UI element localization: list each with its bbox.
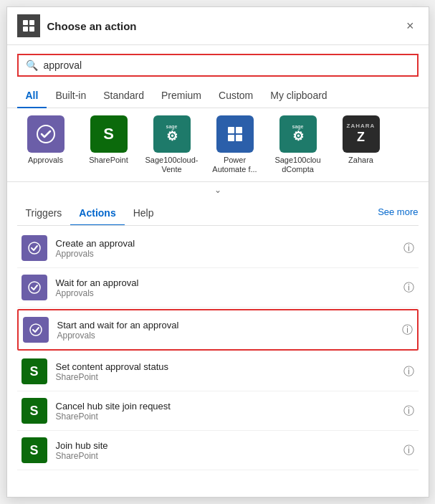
search-box-container: 🔍	[17, 54, 419, 77]
svg-rect-5	[228, 127, 234, 133]
tab-clipboard[interactable]: My clipboard	[262, 85, 335, 108]
action-set-content-approval-icon: S	[21, 358, 47, 384]
action-start-wait-approval-name: Start and wait for an approval	[57, 320, 393, 331]
action-set-content-approval-info[interactable]: ⓘ	[403, 365, 414, 379]
action-join-hub-site-info[interactable]: ⓘ	[403, 444, 414, 457]
connector-sage-vente-icon: sage ⚙	[153, 115, 191, 153]
action-start-wait-approval-text: Start and wait for an approval Approvals	[57, 320, 393, 341]
actions-section: Triggers Actions Help See more Create an…	[7, 198, 429, 497]
connector-approvals-icon	[27, 115, 64, 153]
tab-all[interactable]: All	[17, 85, 47, 108]
filter-tabs: All Built-in Standard Premium Custom My …	[7, 85, 429, 108]
action-join-hub-site[interactable]: S Join hub site SharePoint ⓘ	[17, 431, 419, 470]
svg-rect-3	[29, 27, 34, 32]
connector-zahara[interactable]: ZAHARA Z Zahara	[333, 115, 390, 174]
connector-sharepoint[interactable]: S SharePoint	[80, 115, 138, 174]
action-wait-approval-text: Wait for an approval Approvals	[56, 277, 395, 298]
tab-premium[interactable]: Premium	[153, 85, 210, 108]
action-wait-approval-source: Approvals	[56, 288, 395, 298]
connector-power-automate-icon	[216, 115, 254, 153]
tab-standard[interactable]: Standard	[95, 85, 153, 108]
action-start-wait-approval-icon	[23, 317, 49, 343]
connector-power-automate[interactable]: Power Automate f...	[206, 115, 264, 174]
connector-zahara-label: Zahara	[348, 156, 373, 165]
svg-rect-6	[236, 127, 242, 133]
action-cancel-hub-site-name: Cancel hub site join request	[56, 401, 395, 412]
connector-approvals-label: Approvals	[28, 156, 63, 165]
connector-sage-vente-label: Sage100cloud-Vente	[143, 156, 201, 174]
action-wait-approval-name: Wait for an approval	[56, 277, 395, 288]
close-button[interactable]: ×	[402, 18, 419, 34]
action-join-hub-site-icon: S	[21, 437, 47, 463]
action-set-content-approval-text: Set content approval status SharePoint	[56, 361, 395, 382]
svg-rect-2	[23, 27, 28, 32]
choose-action-dialog: Choose an action × 🔍 All Built-in Standa…	[6, 6, 429, 498]
svg-point-9	[29, 242, 40, 254]
connector-approvals[interactable]: Approvals	[17, 115, 75, 174]
action-wait-approval[interactable]: Wait for an approval Approvals ⓘ	[17, 268, 419, 308]
dialog-header: Choose an action ×	[7, 7, 429, 45]
tab-actions[interactable]: Actions	[70, 204, 124, 226]
action-create-approval-source: Approvals	[56, 249, 395, 259]
actions-tabs: Triggers Actions Help See more	[7, 198, 429, 225]
action-join-hub-site-source: SharePoint	[56, 451, 395, 461]
action-set-content-approval-name: Set content approval status	[56, 361, 395, 372]
search-input[interactable]	[44, 60, 410, 71]
connector-sage-compta[interactable]: sage ⚙ Sage100clou dCompta	[269, 115, 327, 174]
action-set-content-approval[interactable]: S Set content approval status SharePoint…	[17, 352, 419, 391]
connector-sage-compta-label: Sage100clou dCompta	[269, 156, 327, 174]
action-cancel-hub-site-source: SharePoint	[56, 412, 395, 422]
action-create-approval-text: Create an approval Approvals	[56, 238, 395, 259]
action-cancel-hub-site[interactable]: S Cancel hub site join request SharePoin…	[17, 391, 419, 431]
svg-rect-1	[29, 20, 34, 25]
connectors-section: Approvals S SharePoint sage ⚙ Sage100clo…	[7, 108, 429, 182]
dialog-logo-icon	[17, 14, 40, 37]
action-start-wait-approval-info[interactable]: ⓘ	[402, 323, 413, 337]
action-create-approval-icon	[21, 235, 47, 261]
action-cancel-hub-site-icon: S	[21, 398, 47, 424]
tab-builtin[interactable]: Built-in	[47, 85, 95, 108]
svg-point-11	[30, 324, 42, 336]
connectors-row: Approvals S SharePoint sage ⚙ Sage100clo…	[17, 115, 419, 174]
svg-rect-8	[236, 135, 242, 141]
search-icon: 🔍	[26, 60, 38, 71]
connector-sage-vente[interactable]: sage ⚙ Sage100cloud-Vente	[143, 115, 201, 174]
search-section: 🔍	[7, 45, 429, 85]
svg-point-10	[29, 282, 40, 293]
svg-rect-0	[23, 20, 28, 25]
dialog-title: Choose an action	[47, 20, 395, 32]
svg-point-4	[37, 125, 54, 143]
action-create-approval[interactable]: Create an approval Approvals ⓘ	[17, 229, 419, 268]
connector-sharepoint-icon: S	[90, 115, 128, 153]
connector-sage-compta-icon: sage ⚙	[279, 115, 317, 153]
connector-sharepoint-label: SharePoint	[89, 156, 128, 165]
action-start-wait-approval-source: Approvals	[57, 331, 393, 341]
action-create-approval-info[interactable]: ⓘ	[403, 242, 414, 255]
action-join-hub-site-text: Join hub site SharePoint	[56, 440, 395, 461]
svg-rect-7	[228, 135, 234, 141]
tab-custom[interactable]: Custom	[210, 85, 262, 108]
action-wait-approval-icon	[21, 275, 47, 300]
connector-power-automate-label: Power Automate f...	[206, 156, 264, 174]
tab-help[interactable]: Help	[125, 204, 163, 226]
collapse-arrow[interactable]: ⌄	[7, 182, 429, 198]
action-start-wait-approval[interactable]: Start and wait for an approval Approvals…	[17, 309, 419, 351]
action-set-content-approval-source: SharePoint	[56, 372, 395, 382]
action-join-hub-site-name: Join hub site	[56, 440, 395, 451]
see-more-button[interactable]: See more	[378, 206, 418, 223]
action-cancel-hub-site-text: Cancel hub site join request SharePoint	[56, 401, 395, 422]
action-create-approval-name: Create an approval	[56, 238, 395, 249]
actions-list: Create an approval Approvals ⓘ Wait for …	[7, 226, 429, 497]
connector-zahara-icon: ZAHARA Z	[343, 115, 380, 153]
action-wait-approval-info[interactable]: ⓘ	[403, 281, 414, 295]
action-cancel-hub-site-info[interactable]: ⓘ	[403, 404, 414, 418]
tab-triggers[interactable]: Triggers	[17, 204, 71, 226]
